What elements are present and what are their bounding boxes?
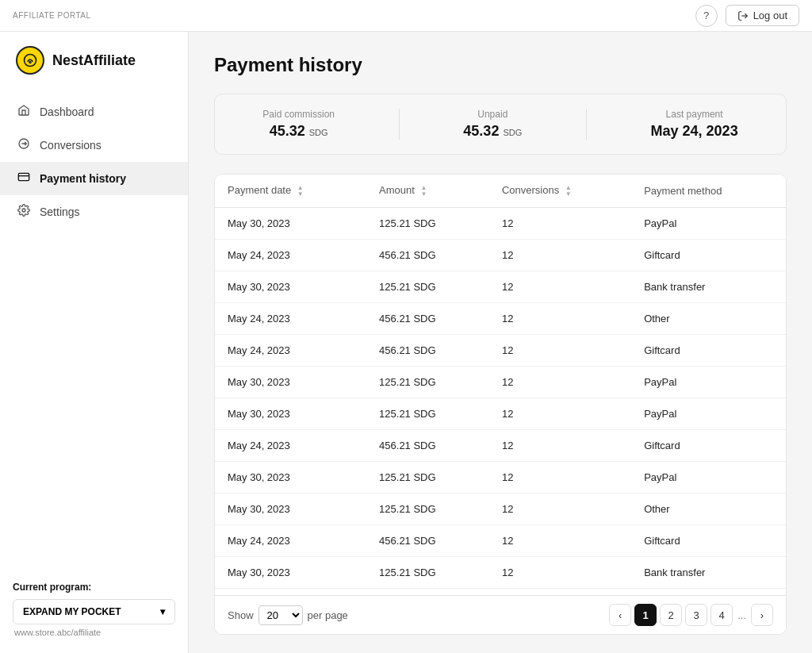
cell-amount: 125.21 SDG	[366, 366, 489, 398]
svg-point-6	[22, 209, 25, 212]
table-row: May 30, 2023 125.21 SDG 12 Other	[215, 493, 786, 524]
sort-arrows-conversions: ▲▼	[565, 185, 572, 198]
cell-method: PayPal	[631, 366, 786, 398]
help-button[interactable]: ?	[695, 5, 718, 27]
cell-conversions: 12	[489, 556, 631, 588]
cell-date: May 24, 2023	[215, 302, 366, 334]
cell-date: May 24, 2023	[215, 429, 366, 461]
table-row: May 24, 2023 456.21 SDG 12 Giftcard	[215, 239, 786, 271]
cell-method: PayPal	[631, 398, 786, 429]
logout-icon	[737, 10, 749, 21]
cell-conversions: 12	[489, 334, 631, 366]
program-name: EXPAND MY POCKET	[23, 606, 121, 617]
stat-last-payment: Last payment May 24, 2023	[651, 109, 738, 140]
settings-icon	[16, 204, 32, 220]
sidebar-nav: Dashboard Conversions Payment history Se…	[0, 89, 188, 569]
logout-button[interactable]: Log out	[726, 5, 799, 26]
cell-conversions: 12	[489, 461, 631, 493]
stat-divider-1	[399, 109, 400, 140]
cell-conversions: 12	[489, 239, 631, 271]
cell-method: Bank transfer	[631, 271, 786, 302]
payment-table-container: Payment date ▲▼ Amount ▲▼ Conversions ▲▼	[214, 174, 787, 635]
top-bar-actions: ? Log out	[695, 5, 799, 27]
sidebar-item-conversions[interactable]: Conversions	[0, 129, 188, 162]
stat-paid-value: 45.32 SDG	[262, 123, 335, 140]
program-url: www.store.abc/affiliate	[13, 628, 175, 637]
sort-arrows-date: ▲▼	[297, 185, 304, 198]
pagination-dots: ...	[736, 609, 748, 621]
cell-conversions: 12	[489, 493, 631, 524]
cell-conversions: 12	[489, 429, 631, 461]
per-page-label: per page	[308, 609, 348, 621]
cell-method: Giftcard	[631, 429, 786, 461]
cell-amount: 125.21 SDG	[366, 556, 489, 588]
cell-date: May 24, 2023	[215, 239, 366, 271]
sidebar-item-dashboard[interactable]: Dashboard	[0, 95, 188, 129]
cell-amount: 456.21 SDG	[366, 334, 489, 366]
sidebar-item-payment-history-label: Payment history	[40, 172, 126, 185]
pagination-page-3[interactable]: 3	[685, 604, 707, 626]
cell-amount: 125.21 SDG	[366, 588, 489, 595]
show-per-page: Show 20 50 100 per page	[228, 605, 348, 625]
cell-amount: 456.21 SDG	[366, 524, 489, 556]
sidebar-item-settings-label: Settings	[40, 206, 80, 218]
svg-point-2	[29, 61, 31, 63]
sidebar-item-dashboard-label: Dashboard	[40, 106, 94, 118]
table-row: May 24, 2023 456.21 SDG 12 Other	[215, 302, 786, 334]
table-row: May 30, 2023 125.21 SDG 12 PayPal	[215, 588, 786, 595]
show-label: Show	[228, 609, 254, 621]
cell-amount: 125.21 SDG	[366, 493, 489, 524]
col-payment-method: Payment method	[631, 175, 786, 207]
cell-amount: 125.21 SDG	[366, 461, 489, 493]
cell-conversions: 12	[489, 398, 631, 429]
col-conversions[interactable]: Conversions ▲▼	[489, 175, 631, 207]
stat-paid-label: Paid commission	[262, 109, 335, 120]
cell-method: Giftcard	[631, 334, 786, 366]
col-amount[interactable]: Amount ▲▼	[366, 175, 489, 207]
top-bar: AFFILIATE PORTAL ? Log out	[0, 0, 812, 32]
pagination-page-2[interactable]: 2	[660, 604, 682, 626]
table-row: May 24, 2023 456.21 SDG 12 Giftcard	[215, 429, 786, 461]
cell-method: PayPal	[631, 588, 786, 595]
svg-rect-4	[18, 173, 29, 180]
table-row: May 30, 2023 125.21 SDG 12 PayPal	[215, 398, 786, 429]
cell-conversions: 12	[489, 271, 631, 302]
pagination-prev[interactable]: ‹	[609, 604, 631, 626]
cell-method: Giftcard	[631, 524, 786, 556]
sidebar-item-settings[interactable]: Settings	[0, 195, 188, 229]
sort-arrows-amount: ▲▼	[421, 185, 427, 198]
program-select[interactable]: EXPAND MY POCKET ▾	[13, 599, 175, 624]
home-icon	[16, 104, 32, 120]
cell-date: May 30, 2023	[215, 366, 366, 398]
table-scroll[interactable]: Payment date ▲▼ Amount ▲▼ Conversions ▲▼	[215, 175, 786, 595]
cell-date: May 30, 2023	[215, 398, 366, 429]
pagination-page-4[interactable]: 4	[710, 604, 733, 626]
pagination-page-1[interactable]: 1	[634, 604, 657, 626]
table-row: May 30, 2023 125.21 SDG 12 PayPal	[215, 207, 786, 239]
cell-method: Bank transfer	[631, 556, 786, 588]
stat-last-payment-value: May 24, 2023	[651, 123, 738, 140]
sidebar-item-payment-history[interactable]: Payment history	[0, 162, 188, 195]
cell-method: Giftcard	[631, 239, 786, 271]
table-row: May 24, 2023 456.21 SDG 12 Giftcard	[215, 524, 786, 556]
table-row: May 30, 2023 125.21 SDG 12 Bank transfer	[215, 556, 786, 588]
cell-conversions: 12	[489, 302, 631, 334]
cell-method: PayPal	[631, 207, 786, 239]
col-payment-date[interactable]: Payment date ▲▼	[215, 175, 366, 207]
cell-amount: 125.21 SDG	[366, 398, 489, 429]
table-row: May 30, 2023 125.21 SDG 12 PayPal	[215, 461, 786, 493]
table-footer: Show 20 50 100 per page ‹ 1 2 3 4 ... ›	[215, 595, 786, 634]
payment-table: Payment date ▲▼ Amount ▲▼ Conversions ▲▼	[215, 175, 786, 595]
stat-unpaid-value: 45.32 SDG	[463, 123, 522, 140]
cell-amount: 125.21 SDG	[366, 271, 489, 302]
per-page-select[interactable]: 20 50 100	[259, 605, 303, 625]
table-header-row: Payment date ▲▼ Amount ▲▼ Conversions ▲▼	[215, 175, 786, 207]
table-row: May 24, 2023 456.21 SDG 12 Giftcard	[215, 334, 786, 366]
pagination-next[interactable]: ›	[751, 604, 773, 626]
sidebar: NestAffiliate Dashboard Conversions Paym…	[0, 32, 189, 653]
main-content: Payment history Paid commission 45.32 SD…	[189, 32, 812, 653]
cell-date: May 30, 2023	[215, 556, 366, 588]
cell-date: May 24, 2023	[215, 334, 366, 366]
stat-divider-2	[586, 109, 587, 140]
current-program-label: Current program:	[13, 582, 175, 593]
